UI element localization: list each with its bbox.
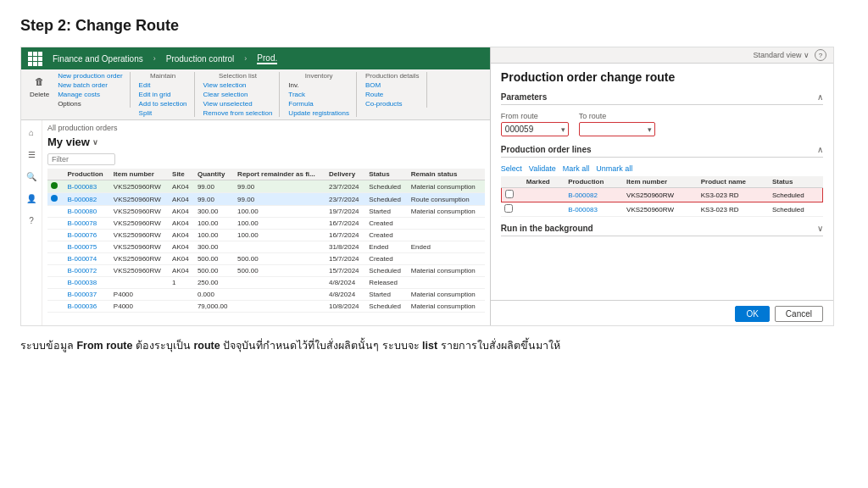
right-panel: Standard view ∨ ? Production order chang… [491, 47, 833, 326]
ok-button[interactable]: OK [735, 306, 769, 322]
breadcrumb: All production orders [47, 124, 485, 132]
table-row[interactable]: B-0000381250.004/8/2024Released [47, 277, 485, 289]
select-button[interactable]: Select [501, 164, 522, 173]
content-area: All production orders My view ∨ P [42, 120, 490, 326]
home-icon[interactable]: ⌂ [23, 124, 40, 141]
coproducts-btn[interactable]: Co-products [365, 100, 420, 108]
table-row[interactable]: B-000076VKS250960RWAK04100.00100.0016/7/… [47, 230, 485, 241]
desc-bold1: From route [76, 340, 132, 352]
remove-from-button[interactable]: Remove from selection [203, 109, 273, 117]
dialog-footer: OK Cancel [491, 300, 833, 326]
mark-all-button[interactable]: Mark all [563, 164, 590, 173]
table-row[interactable]: B-000078VKS250960RWAK04100.00100.0016/7/… [47, 218, 485, 230]
bom-btn[interactable]: BOM [365, 81, 420, 89]
dialog-header-bar: Standard view ∨ ? [491, 47, 833, 64]
table-row[interactable]: B-000036P400079,000.0010/8/2024Scheduled… [47, 301, 485, 313]
table-row[interactable]: B-000080VKS250960RWAK04300.00100.0019/7/… [47, 206, 485, 218]
new-batch-order-button[interactable]: New batch order [58, 81, 122, 89]
formula-btn[interactable]: Formula [288, 100, 349, 108]
filter-input[interactable] [47, 153, 115, 165]
split-button[interactable]: Split [139, 109, 187, 117]
maintain-section: Maintain Edit Edit in grid Add to select… [139, 72, 195, 117]
parameters-label: Parameters [501, 92, 547, 102]
left-sidebar: ⌂ ☰ 🔍 👤 ? [21, 120, 42, 326]
delete-button[interactable]: 🗑 Delete [26, 72, 53, 100]
table-row[interactable]: B-000082VKS250960RWAK0499.0099.0023/7/20… [47, 193, 485, 206]
desc-bold2: route [193, 340, 220, 352]
view-unselected-button[interactable]: View unselected [203, 100, 273, 108]
filter-bar [47, 152, 485, 165]
clear-selection-button[interactable]: Clear selection [203, 91, 273, 98]
run-bg-expand-icon[interactable]: ∨ [817, 224, 823, 233]
edit-button[interactable]: Edit [139, 81, 187, 89]
desc-bold3: list [422, 340, 437, 352]
cancel-button[interactable]: Cancel [775, 306, 823, 322]
prod-lines-row[interactable]: B-000082VKS250960RWKS3-023 RDScheduled [501, 188, 822, 202]
track-btn[interactable]: Track [288, 91, 349, 98]
validate-button[interactable]: Validate [529, 164, 556, 173]
delete-icon: 🗑 [32, 74, 47, 89]
settings-icon[interactable]: ☰ [23, 146, 40, 163]
screenshot-container: Finance and Operations › Production cont… [20, 47, 834, 326]
user-icon[interactable]: 👤 [23, 190, 40, 207]
production-table: Production Item number Site Quantity Rep… [47, 169, 485, 313]
table-row[interactable]: B-000075VKS250960RWAK04300.0031/8/2024En… [47, 241, 485, 253]
parameters-expand-icon[interactable]: ∧ [817, 92, 823, 102]
toolbar: 🗑 Delete New production order New batch … [21, 69, 490, 120]
chevron-down-icon[interactable]: ∨ [92, 138, 98, 147]
help-icon[interactable]: ? [23, 212, 40, 229]
selection-list-section: Selection list View selection Clear sele… [203, 72, 281, 117]
standard-view-label[interactable]: Standard view ∨ [753, 51, 810, 59]
desc-part1: ระบบข้อมูล [20, 340, 76, 352]
new-prod-order-button[interactable]: New production order [58, 72, 122, 80]
parameters-section-header: Parameters ∧ [501, 92, 823, 105]
search-icon[interactable]: 🔍 [23, 168, 40, 185]
description-text: ระบบข้อมูล From route ต้องระบุเป็น route… [20, 338, 848, 354]
desc-part2: ต้องระบุเป็น [132, 340, 193, 352]
to-route-field: To route [579, 112, 655, 136]
grid-icon[interactable] [28, 52, 42, 66]
step-title: Step 2: Change Route [20, 17, 848, 35]
table-row[interactable]: B-000083VKS250960RWAK0499.0099.0023/7/20… [47, 180, 485, 193]
run-bg-label: Run in the background [501, 224, 593, 233]
to-route-label: To route [579, 112, 655, 120]
manage-costs-button[interactable]: Manage costs [58, 91, 122, 98]
top-nav-bar: Finance and Operations › Production cont… [21, 47, 490, 69]
table-header-row: Production Item number Site Quantity Rep… [47, 169, 485, 180]
nav-finance[interactable]: Finance and Operations [53, 54, 143, 64]
edit-in-grid-button[interactable]: Edit in grid [139, 91, 187, 98]
table-row[interactable]: B-000074VKS250960RWAK04500.00500.0015/7/… [47, 253, 485, 265]
table-row[interactable]: B-000072VKS250960RWAK04500.00500.0015/7/… [47, 265, 485, 277]
dialog-body: Production order change route Parameters… [491, 64, 833, 300]
update-reg-btn[interactable]: Update registrations [288, 109, 349, 117]
from-route-select[interactable]: 000059 [501, 122, 569, 136]
view-selection-button[interactable]: View selection [203, 81, 273, 89]
help-icon-dialog[interactable]: ? [815, 49, 826, 61]
run-bg-header: Run in the background ∨ [501, 224, 823, 236]
prod-lines-label: Production order lines [501, 145, 592, 154]
options-button[interactable]: Options [58, 100, 122, 108]
prod-details-section: Production details BOM Route Co-products [365, 72, 427, 108]
inv-btn1[interactable]: Inv. [288, 81, 349, 89]
prod-lines-toolbar: Select Validate Mark all Unmark all [501, 164, 823, 173]
route-form-row: From route 000059 To route [501, 112, 823, 136]
nav-prod[interactable]: Prod. [257, 53, 277, 64]
to-route-select-wrapper [579, 122, 655, 136]
desc-part4: รายการใบสั่งผลิตขึ้นมาให้ [437, 340, 559, 352]
prod-lines-table: Marked Production Item number Product na… [501, 176, 823, 217]
route-btn[interactable]: Route [365, 91, 420, 98]
inventory-section: Inventory Inv. Track Formula Update regi… [288, 72, 357, 117]
page-container: Step 2: Change Route Finance and Operati… [0, 0, 868, 371]
dialog-title: Production order change route [501, 70, 823, 84]
to-route-select[interactable] [579, 122, 655, 136]
add-to-selection-button[interactable]: Add to selection [139, 100, 187, 108]
nav-prod-control[interactable]: Production control [166, 54, 235, 64]
main-content: ⌂ ☰ 🔍 👤 ? All production orders My view … [21, 120, 490, 326]
unmark-all-button[interactable]: Unmark all [596, 164, 632, 173]
from-route-field: From route 000059 [501, 112, 569, 136]
desc-part3: ปัจจุบันที่กำหนดไว้ที่ใบสั่งผลิตนั้นๆ ระ… [220, 340, 422, 352]
left-panel: Finance and Operations › Production cont… [21, 47, 491, 326]
prod-lines-expand-icon[interactable]: ∧ [817, 145, 823, 154]
table-row[interactable]: B-000037P40000.0004/8/2024StartedMateria… [47, 289, 485, 301]
prod-lines-row[interactable]: B-000083VKS250960RWKS3-023 RDScheduled [501, 202, 822, 217]
